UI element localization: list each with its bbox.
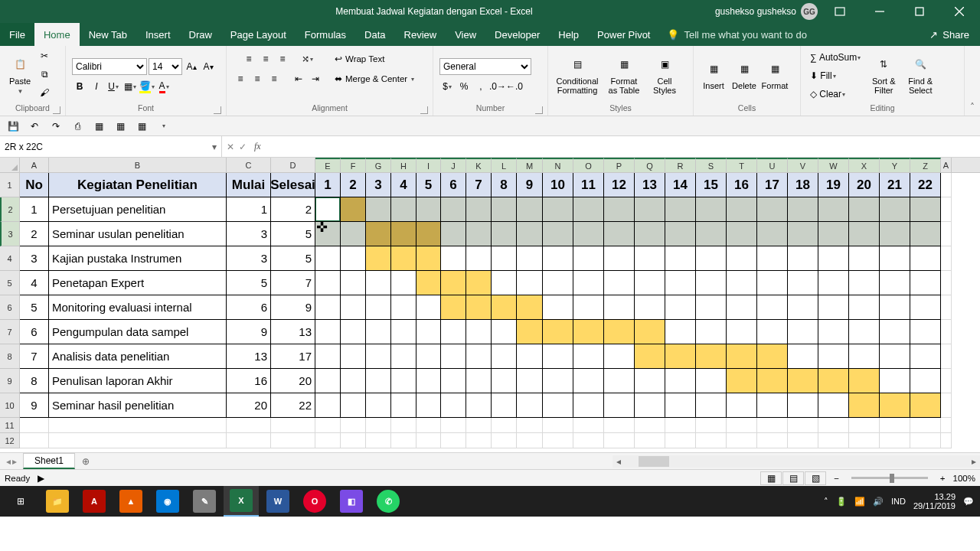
gantt-cell[interactable] <box>727 246 757 271</box>
autosum-button[interactable]: ∑ AutoSum▾ <box>807 49 864 66</box>
row-header[interactable]: 9 <box>0 369 20 393</box>
align-right-button[interactable]: ≡ <box>266 70 282 87</box>
gantt-cell[interactable] <box>366 369 391 393</box>
empty-cell[interactable] <box>880 418 910 433</box>
gantt-cell[interactable] <box>818 393 849 418</box>
gantt-cell[interactable] <box>849 295 880 320</box>
gantt-cell[interactable] <box>492 344 517 369</box>
gantt-cell[interactable] <box>604 271 635 295</box>
gantt-cell[interactable] <box>604 222 635 246</box>
gantt-cell[interactable] <box>788 295 818 320</box>
opera-button[interactable]: O <box>297 486 332 517</box>
column-header-L[interactable]: L <box>492 158 517 172</box>
gantt-cell[interactable] <box>696 271 727 295</box>
data-cell[interactable]: 20 <box>227 393 271 418</box>
gantt-cell[interactable] <box>517 393 543 418</box>
gantt-cell[interactable] <box>604 393 635 418</box>
empty-cell[interactable] <box>416 418 441 433</box>
fx-icon[interactable]: fx <box>251 141 264 152</box>
row-header[interactable]: 7 <box>0 320 20 344</box>
empty-cell[interactable] <box>849 418 880 433</box>
file-explorer-button[interactable]: 📁 <box>40 486 75 517</box>
gantt-cell[interactable] <box>573 197 604 222</box>
data-cell[interactable]: 1 <box>227 197 271 222</box>
empty-cell[interactable] <box>543 418 573 433</box>
column-header-S[interactable]: S <box>696 158 727 172</box>
gantt-cell[interactable] <box>391 197 416 222</box>
gantt-cell[interactable] <box>492 320 517 344</box>
empty-cell[interactable] <box>665 433 696 448</box>
empty-cell[interactable] <box>727 433 757 448</box>
empty-cell[interactable] <box>818 418 849 433</box>
gantt-cell[interactable] <box>665 197 696 222</box>
column-header-V[interactable]: V <box>788 158 818 172</box>
gantt-cell[interactable] <box>635 197 665 222</box>
empty-cell[interactable] <box>271 433 315 448</box>
gantt-cell[interactable] <box>517 271 543 295</box>
percent-button[interactable]: % <box>456 78 472 95</box>
underline-button[interactable]: U▾ <box>106 78 121 95</box>
column-header-C[interactable]: C <box>227 158 271 172</box>
gantt-cell[interactable] <box>441 271 466 295</box>
gantt-cell[interactable] <box>727 295 757 320</box>
empty-cell[interactable] <box>910 418 941 433</box>
gantt-cell[interactable] <box>635 246 665 271</box>
gantt-cell[interactable] <box>696 197 727 222</box>
row-header[interactable]: 3 <box>0 222 20 246</box>
font-name-select[interactable]: Calibri <box>72 58 147 75</box>
data-cell[interactable]: 3 <box>20 246 49 271</box>
gantt-cell[interactable] <box>788 393 818 418</box>
gantt-cell[interactable] <box>635 344 665 369</box>
whatsapp-button[interactable]: ✆ <box>371 486 406 517</box>
gantt-cell[interactable] <box>696 295 727 320</box>
gantt-cell[interactable] <box>665 222 696 246</box>
empty-cell[interactable] <box>573 433 604 448</box>
qat-button-4[interactable]: ▦ <box>133 119 150 134</box>
tab-power-pivot[interactable]: Power Pivot <box>588 23 659 46</box>
gantt-cell[interactable] <box>604 246 635 271</box>
empty-cell[interactable] <box>366 433 391 448</box>
gantt-cell[interactable] <box>635 222 665 246</box>
data-cell[interactable]: Pengumpulan data sampel <box>49 320 227 344</box>
gantt-cell[interactable] <box>818 369 849 393</box>
gantt-cell[interactable] <box>818 295 849 320</box>
gantt-cell[interactable] <box>880 320 910 344</box>
day-header-cell[interactable]: 21 <box>880 173 910 197</box>
data-cell[interactable]: Analisis data penelitian <box>49 344 227 369</box>
gantt-cell[interactable] <box>441 295 466 320</box>
gantt-cell[interactable] <box>341 222 366 246</box>
row-header[interactable]: 8 <box>0 344 20 369</box>
gantt-cell[interactable] <box>818 344 849 369</box>
format-cells-button[interactable]: ▦Format <box>760 47 790 101</box>
insert-cells-button[interactable]: ▦Insert <box>698 47 729 101</box>
gantt-cell[interactable] <box>466 246 492 271</box>
gantt-cell[interactable] <box>880 369 910 393</box>
empty-cell[interactable] <box>757 418 788 433</box>
normal-view-button[interactable]: ▦ <box>760 471 782 485</box>
column-header-H[interactable]: H <box>391 158 416 172</box>
gantt-cell[interactable] <box>341 295 366 320</box>
column-header-A[interactable]: A <box>941 158 952 172</box>
day-header-cell[interactable]: 19 <box>818 173 849 197</box>
excel-button[interactable]: X <box>224 486 259 517</box>
gantt-cell[interactable] <box>366 197 391 222</box>
increase-indent-button[interactable]: ⇥ <box>308 70 323 87</box>
row-header[interactable]: 2 <box>0 197 20 222</box>
gantt-cell[interactable] <box>910 393 941 418</box>
alignment-launcher[interactable] <box>420 106 428 114</box>
day-header-cell[interactable]: 2 <box>341 173 366 197</box>
align-center-button[interactable]: ≡ <box>250 70 265 87</box>
row-header[interactable]: 6 <box>0 295 20 320</box>
gantt-cell[interactable] <box>849 246 880 271</box>
clipboard-launcher[interactable] <box>53 106 60 114</box>
gantt-cell[interactable] <box>696 369 727 393</box>
zoom-out-button[interactable]: − <box>834 474 839 483</box>
ribbon-display-icon[interactable] <box>822 0 858 23</box>
chevron-down-icon[interactable]: ▾ <box>207 142 221 152</box>
column-header-K[interactable]: K <box>466 158 492 172</box>
empty-cell[interactable] <box>315 433 341 448</box>
gantt-cell[interactable] <box>341 369 366 393</box>
gantt-cell[interactable] <box>849 222 880 246</box>
battery-icon[interactable]: 🔋 <box>836 497 847 507</box>
app-button[interactable]: ◧ <box>334 486 369 517</box>
